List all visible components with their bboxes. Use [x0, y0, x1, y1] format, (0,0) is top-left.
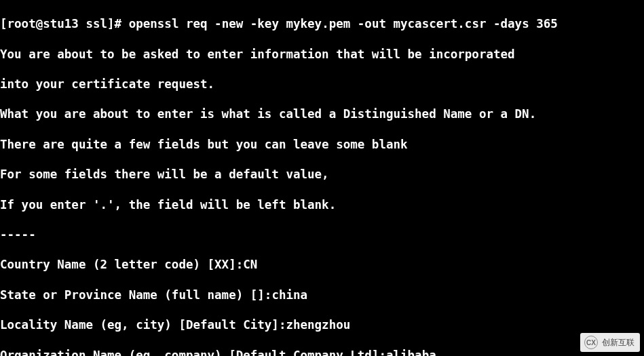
field-label: Locality Name (eg, city) [Default City]:: [0, 318, 286, 332]
field-line: Country Name (2 letter code) [XX]:CN: [0, 257, 644, 272]
field-line: Organization Name (eg, company) [Default…: [0, 348, 644, 356]
intro-line: If you enter '.', the field will be left…: [0, 197, 644, 212]
field-value: china: [271, 288, 307, 302]
field-line: State or Province Name (full name) []:ch…: [0, 288, 644, 302]
prompt-suffix: ]#: [107, 17, 129, 31]
field-value: zhengzhou: [286, 318, 350, 332]
watermark: CX 创新互联: [580, 333, 640, 352]
intro-line: into your certificate request.: [0, 77, 644, 92]
watermark-logo-icon: CX: [584, 336, 598, 349]
field-label: Country Name (2 letter code) [XX]:: [0, 258, 243, 271]
prompt-prefix: [: [0, 17, 7, 31]
intro-line: For some fields there will be a default …: [0, 167, 644, 182]
terminal-output[interactable]: [root@stu13 ssl]# openssl req -new -key …: [0, 0, 644, 356]
prompt-cwd: ssl: [79, 17, 107, 31]
prompt-user-host: root@stu13: [7, 17, 79, 31]
field-value: alibaba: [386, 349, 436, 356]
field-label: Organization Name (eg, company) [Default…: [0, 349, 386, 356]
field-value: CN: [243, 258, 257, 271]
intro-line: What you are about to enter is what is c…: [0, 106, 644, 121]
watermark-text: 创新互联: [602, 337, 634, 349]
intro-line: -----: [0, 227, 644, 242]
intro-line: There are quite a few fields but you can…: [0, 137, 644, 152]
field-line: Locality Name (eg, city) [Default City]:…: [0, 317, 644, 332]
field-label: State or Province Name (full name) []:: [0, 288, 271, 302]
command-line: [root@stu13 ssl]# openssl req -new -key …: [0, 16, 644, 31]
command-text: openssl req -new -key mykey.pem -out myc…: [129, 17, 558, 31]
intro-line: You are about to be asked to enter infor…: [0, 47, 644, 62]
